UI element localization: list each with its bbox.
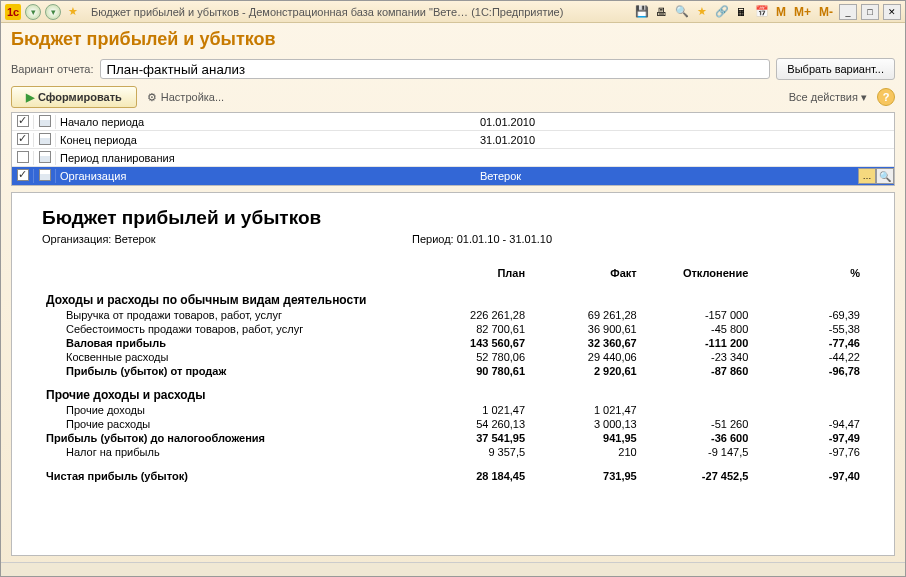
param-checkbox-cell[interactable] bbox=[12, 169, 34, 183]
toolbar: ▶Сформировать ⚙Настройка... Все действия… bbox=[11, 86, 895, 108]
statusbar bbox=[1, 562, 905, 576]
param-value-input[interactable] bbox=[480, 152, 894, 164]
calendar-field-icon bbox=[39, 115, 51, 127]
param-icon-cell bbox=[34, 169, 56, 183]
favorite-icon[interactable]: ★ bbox=[65, 4, 81, 20]
app-window: 1c ▾ ▾ ★ Бюджет прибылей и убытков - Дем… bbox=[0, 0, 906, 577]
print-icon[interactable]: 🖶 bbox=[654, 4, 670, 20]
ellipsis-button[interactable]: … bbox=[858, 168, 876, 184]
param-label: Период планирования bbox=[56, 152, 476, 164]
param-label: Организация bbox=[56, 170, 476, 182]
calendar-field-icon bbox=[39, 133, 51, 145]
calendar-icon[interactable]: 📅 bbox=[754, 4, 770, 20]
report-subtitle: Организация: Ветерок Период: 01.01.10 - … bbox=[42, 233, 864, 245]
param-value-input[interactable] bbox=[480, 134, 894, 146]
m-minus-icon[interactable]: M- bbox=[817, 5, 835, 19]
param-row[interactable]: Конец периода bbox=[12, 131, 894, 149]
maximize-button[interactable]: □ bbox=[861, 4, 879, 20]
param-label: Начало периода bbox=[56, 116, 476, 128]
report-period: Период: 01.01.10 - 31.01.10 bbox=[412, 233, 552, 245]
checkbox-icon[interactable] bbox=[17, 151, 29, 163]
param-row[interactable]: Период планирования bbox=[12, 149, 894, 167]
report-area[interactable]: Бюджет прибылей и убытков Организация: В… bbox=[11, 192, 895, 556]
param-row[interactable]: Начало периода bbox=[12, 113, 894, 131]
settings-link[interactable]: ⚙Настройка... bbox=[147, 91, 224, 104]
param-checkbox-cell[interactable] bbox=[12, 151, 34, 165]
preview-icon[interactable]: 🔍 bbox=[674, 4, 690, 20]
all-actions-menu[interactable]: Все действия ▾ bbox=[789, 91, 867, 104]
param-value-cell[interactable] bbox=[476, 152, 894, 164]
save-icon[interactable]: 💾 bbox=[634, 4, 650, 20]
select-variant-button[interactable]: Выбрать вариант... bbox=[776, 58, 895, 80]
param-label: Конец периода bbox=[56, 134, 476, 146]
param-value-input[interactable] bbox=[480, 170, 858, 182]
close-button[interactable]: ✕ bbox=[883, 4, 901, 20]
play-icon: ▶ bbox=[26, 91, 34, 104]
param-icon-cell bbox=[34, 151, 56, 165]
settings-icon: ⚙ bbox=[147, 91, 157, 104]
param-icon-cell bbox=[34, 115, 56, 129]
variant-row: Вариант отчета: Выбрать вариант... bbox=[11, 58, 895, 80]
param-checkbox-cell[interactable] bbox=[12, 133, 34, 147]
param-row[interactable]: Организация…🔍 bbox=[12, 167, 894, 185]
param-icon-cell bbox=[34, 133, 56, 147]
param-value-input[interactable] bbox=[480, 116, 894, 128]
star-icon[interactable]: ★ bbox=[694, 4, 710, 20]
report-table: ПланФактОтклонение%Доходы и расходы по о… bbox=[42, 259, 864, 483]
variant-label: Вариант отчета: bbox=[11, 63, 94, 75]
checkbox-icon[interactable] bbox=[17, 115, 29, 127]
calendar-field-icon bbox=[39, 151, 51, 163]
params-table: Начало периодаКонец периодаПериод планир… bbox=[11, 112, 895, 186]
titlebar: 1c ▾ ▾ ★ Бюджет прибылей и убытков - Дем… bbox=[1, 1, 905, 23]
param-value-cell[interactable]: …🔍 bbox=[476, 168, 894, 184]
m-plus-icon[interactable]: M+ bbox=[792, 5, 813, 19]
param-value-cell[interactable] bbox=[476, 116, 894, 128]
app-logo-icon: 1c bbox=[5, 4, 21, 20]
page-title: Бюджет прибылей и убытков bbox=[11, 29, 895, 50]
variant-input[interactable] bbox=[100, 59, 771, 79]
report-org: Организация: Ветерок bbox=[42, 233, 412, 245]
help-button[interactable]: ? bbox=[877, 88, 895, 106]
window-title: Бюджет прибылей и убытков - Демонстрацио… bbox=[85, 6, 630, 18]
checkbox-icon[interactable] bbox=[17, 133, 29, 145]
report-title: Бюджет прибылей и убытков bbox=[42, 207, 864, 229]
calendar-field-icon bbox=[39, 169, 51, 181]
link-icon[interactable]: 🔗 bbox=[714, 4, 730, 20]
param-checkbox-cell[interactable] bbox=[12, 115, 34, 129]
lookup-button[interactable]: 🔍 bbox=[876, 168, 894, 184]
param-value-cell[interactable] bbox=[476, 134, 894, 146]
nav-back-icon[interactable]: ▾ bbox=[25, 4, 41, 20]
minimize-button[interactable]: _ bbox=[839, 4, 857, 20]
checkbox-icon[interactable] bbox=[17, 169, 29, 181]
nav-fwd-icon[interactable]: ▾ bbox=[45, 4, 61, 20]
calc-icon[interactable]: 🖩 bbox=[734, 4, 750, 20]
form-button[interactable]: ▶Сформировать bbox=[11, 86, 137, 108]
content-area: Бюджет прибылей и убытков Вариант отчета… bbox=[1, 23, 905, 562]
m-icon[interactable]: M bbox=[774, 5, 788, 19]
